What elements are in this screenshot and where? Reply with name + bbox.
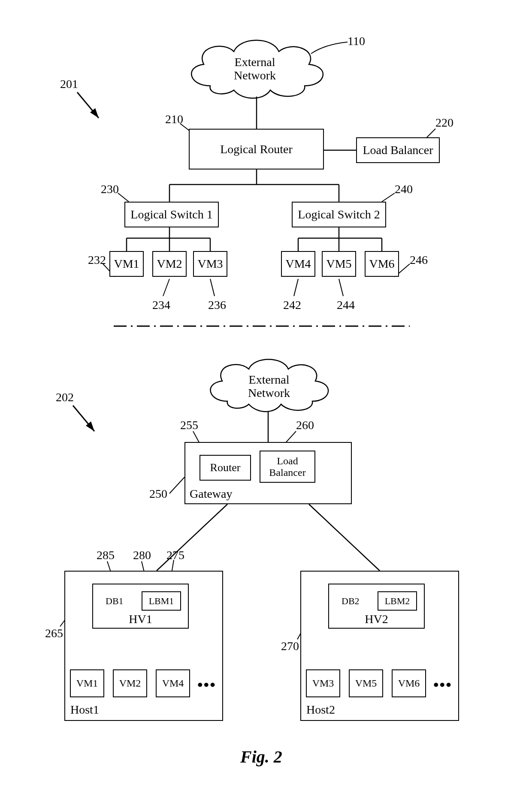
ref-260: 260 [296,418,314,432]
host1-vm3-box: VM4 [156,669,190,697]
svg-line-21 [163,279,169,296]
logical-switch-2-box: Logical Switch 2 [292,202,386,227]
host2-vm2-box: VM5 [349,669,383,697]
logical-switch-1-label: Logical Switch 1 [130,208,212,221]
logical-switch-1-box: Logical Switch 1 [124,202,219,227]
gateway-lb-box: Load Balancer [260,451,315,483]
db2-label: DB2 [342,596,360,607]
host1-vm3-label: VM4 [162,678,184,689]
vm6-label: VM6 [369,257,394,271]
ref-236: 236 [208,298,226,312]
ref-202: 202 [56,390,74,404]
ref-210: 210 [165,112,183,126]
svg-line-23 [294,279,298,296]
gateway-router-label: Router [210,461,241,474]
svg-line-34 [169,477,184,493]
vm2-label: VM2 [157,257,182,271]
svg-line-22 [210,279,215,296]
ref-285: 285 [97,548,115,562]
vm2-box: VM2 [152,251,187,277]
host1-ellipsis: ••• [197,676,216,694]
vm1-box: VM1 [109,251,144,277]
figure-label: Fig. 2 [240,747,282,767]
host2-ellipsis: ••• [433,676,452,694]
vm3-box: VM3 [193,251,227,277]
ref-246: 246 [410,253,428,267]
vm3-label: VM3 [197,257,223,271]
vm4-box: VM4 [281,251,315,277]
logical-switch-2-label: Logical Switch 2 [298,208,380,221]
hv2-label: HV2 [365,612,388,626]
vm1-label: VM1 [114,257,139,271]
vm6-box: VM6 [365,251,399,277]
ref-280: 280 [133,548,151,562]
gateway-label: Gateway [190,487,233,501]
ref-255: 255 [180,418,198,432]
host2-vm1-box: VM3 [306,669,340,697]
ref-244: 244 [337,298,355,312]
svg-line-19 [382,193,395,202]
ref-242: 242 [283,298,301,312]
host2-label: Host2 [306,703,335,717]
vm5-box: VM5 [322,251,356,277]
host2-vm1-label: VM3 [312,678,334,689]
load-balancer-label: Load Balancer [363,143,433,157]
load-balancer-box: Load Balancer [356,137,440,163]
host1-vm1-box: VM1 [70,669,104,697]
lbm2-label: LBM2 [385,596,410,607]
svg-line-31 [309,504,380,571]
ref-265: 265 [45,627,63,640]
ref-230: 230 [101,182,119,196]
svg-line-24 [339,279,343,296]
svg-line-18 [118,193,129,202]
ref-270: 270 [281,639,299,653]
gateway-lb-label: Load Balancer [269,455,305,478]
ref-234: 234 [152,298,170,312]
ref-240: 240 [395,182,413,196]
ref-201: 201 [60,77,78,91]
cloud-label-top: External Network [234,56,276,82]
host2-vm3-box: VM6 [392,669,426,697]
lbm1-box: LBM1 [142,591,181,611]
host2-vm2-label: VM5 [355,678,377,689]
vm4-label: VM4 [285,257,311,271]
logical-router-box: Logical Router [189,129,324,169]
hv1-label: HV1 [129,612,152,626]
lbm1-label: LBM1 [149,596,174,607]
host1-vm1-label: VM1 [76,678,98,689]
host1-vm2-label: VM2 [119,678,141,689]
cloud-label-bottom: External Network [248,373,290,400]
ref-250: 250 [149,487,167,501]
db1-label: DB1 [106,596,124,607]
ref-275: 275 [166,548,184,562]
host1-vm2-box: VM2 [113,669,147,697]
vm5-label: VM5 [326,257,351,271]
lbm2-box: LBM2 [378,591,417,611]
ref-232: 232 [88,253,106,267]
gateway-router-box: Router [200,455,251,481]
host1-label: Host1 [70,703,99,717]
host2-vm3-label: VM6 [398,678,420,689]
ref-110: 110 [348,34,365,48]
logical-router-label: Logical Router [220,142,293,156]
ref-220: 220 [435,116,453,130]
